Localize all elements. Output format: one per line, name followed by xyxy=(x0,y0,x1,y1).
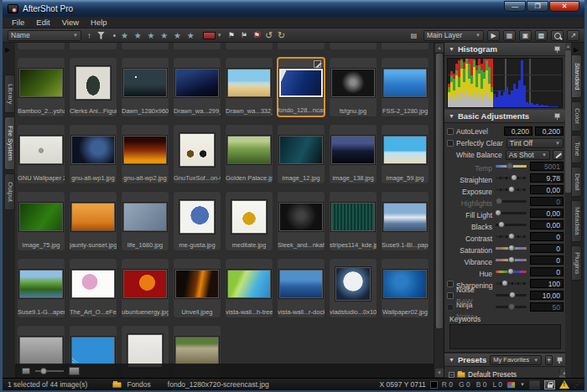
thumbnail-cell[interactable]: meditate.jpg xyxy=(225,191,273,251)
blacks-value[interactable]: 0,00 xyxy=(530,220,564,230)
menu-edit[interactable]: Edit xyxy=(30,18,55,27)
lock-icon[interactable] xyxy=(544,380,555,389)
menu-help[interactable]: Help xyxy=(85,18,113,27)
resize-grip[interactable]: ⋰ xyxy=(574,381,579,389)
thumbnail-cell[interactable]: life_1680.jpg xyxy=(121,191,169,251)
slider-handle[interactable] xyxy=(501,280,508,286)
fullscreen-icon[interactable]: ↗ xyxy=(567,30,579,41)
thumbnail-cell[interactable]: image_59.jpg xyxy=(381,124,429,184)
grid-scrollbar[interactable]: ▲ ▼ xyxy=(434,43,444,378)
noise-ninja-value[interactable]: 10,00 xyxy=(530,291,564,300)
basic-adjustments-header[interactable]: ▼ Basic Adjustments xyxy=(444,110,565,123)
thumbnail-cell[interactable]: Bamboo_2...ysha.jpg xyxy=(17,57,65,117)
flag-reject-icon[interactable]: ⚑ xyxy=(253,31,260,39)
saturation-value[interactable]: 0 xyxy=(530,244,564,253)
straighten-slider[interactable] xyxy=(496,177,527,179)
contrast-slider[interactable] xyxy=(496,235,527,238)
temp-slider[interactable] xyxy=(496,165,527,168)
tint-dropdown[interactable]: Tint Off ▼ xyxy=(506,138,564,148)
slider-handle[interactable] xyxy=(509,291,516,298)
large-thumbnail-icon[interactable] xyxy=(69,367,80,375)
slider-handle[interactable] xyxy=(511,174,517,181)
minimize-button[interactable]: — xyxy=(504,1,526,12)
thumbnail-cell[interactable]: Wallpaper02.jpg xyxy=(381,258,429,318)
favorites-dropdown[interactable]: My Favorites ▼ xyxy=(490,355,542,365)
tab-metadata[interactable]: Metadata xyxy=(571,200,582,242)
preset-root-row[interactable]: − Default Presets xyxy=(449,369,558,378)
scroll-up-icon[interactable]: ▲ xyxy=(565,43,571,49)
autolevel-checkbox[interactable] xyxy=(447,128,454,135)
thumbnail-cell[interactable]: ····_···.jpg xyxy=(329,43,377,50)
thumbnail-cell[interactable]: FSS-2_1280.jpg xyxy=(381,57,429,117)
layers-icon[interactable]: ▤ xyxy=(408,30,420,41)
thumbnail-cell[interactable]: ubuntuenergy.jpg xyxy=(121,258,169,318)
autolevel-low-value[interactable]: 0,200 xyxy=(504,126,532,136)
tab-color[interactable]: Color xyxy=(571,101,582,132)
tab-standard[interactable]: Standard xyxy=(571,54,582,98)
noise-ninja-slider[interactable] xyxy=(496,294,527,297)
thumbnail-cell[interactable]: Clerks Ani...Figure.jpg xyxy=(69,57,117,117)
panel-scrollbar[interactable]: ▲ xyxy=(565,43,571,378)
thumbnail-cell[interactable]: Unveil.jpeg xyxy=(173,258,221,318)
keywords-input[interactable] xyxy=(449,324,561,349)
thumbnail-cell[interactable]: The_Art_O...eFear.jpg xyxy=(69,258,117,318)
chevron-down-icon[interactable]: ▼ xyxy=(217,30,222,41)
pin-icon[interactable] xyxy=(553,45,561,53)
thumbnail-cell[interactable]: vladstudio...0x1024.jpg xyxy=(329,258,377,318)
scrollbar-thumb[interactable] xyxy=(565,50,571,193)
slider-handle[interactable] xyxy=(508,233,515,240)
autolevel-high-value[interactable]: 0,200 xyxy=(535,126,564,136)
filter-icon[interactable] xyxy=(97,32,105,39)
thumbnail-cell[interactable]: Drawn_wa...332_.jpg xyxy=(225,57,273,117)
histogram-header[interactable]: ▼ Histogram xyxy=(444,43,565,56)
thumbnail-cell[interactable]: ···.jpg xyxy=(173,43,221,50)
exposure-slider[interactable] xyxy=(496,188,527,191)
tab-file-system[interactable]: File System xyxy=(4,116,15,170)
hue-value[interactable]: 0 xyxy=(530,267,564,276)
thumbnail-cell[interactable]: GNU Wallpaper 2.jpg xyxy=(17,124,65,184)
raw-noise-slider[interactable] xyxy=(496,306,527,308)
slider-handle[interactable] xyxy=(508,186,515,193)
flag-pick-icon[interactable]: ⚑ xyxy=(228,31,235,39)
thumbnail-cell[interactable]: Suse9.1-Bl...papers.jpg xyxy=(381,191,429,251)
chevron-down-icon[interactable]: ▼ xyxy=(520,382,525,387)
saturation-slider[interactable] xyxy=(496,247,527,250)
sort-ascending-icon[interactable]: ↑ xyxy=(87,30,91,41)
rotate-left-icon[interactable]: ↺ xyxy=(265,30,273,41)
sharpening-value[interactable]: 100 xyxy=(530,279,564,288)
thumbnail-size-slider[interactable] xyxy=(35,370,64,372)
noise-ninja-checkbox[interactable] xyxy=(447,292,454,299)
tab-tone[interactable]: Tone xyxy=(571,135,582,163)
thumbnail-cell[interactable]: image_138.jpg xyxy=(329,124,377,184)
slider-handle[interactable] xyxy=(495,209,501,216)
slideshow-icon[interactable]: ▶ xyxy=(487,30,500,41)
slider-handle[interactable] xyxy=(40,368,47,374)
fill-light-value[interactable]: 0,00 xyxy=(530,209,564,218)
pin-icon[interactable] xyxy=(556,356,561,364)
raw-noise-checkbox[interactable] xyxy=(447,304,454,311)
slider-handle[interactable] xyxy=(498,221,505,228)
thumbnail-cell[interactable]: gnu-alt-wp1.jpg xyxy=(69,124,117,184)
straighten-value[interactable]: 9,78 xyxy=(530,173,564,183)
flag-unflag-icon[interactable]: ⚑ xyxy=(241,31,247,39)
eyedropper-icon[interactable] xyxy=(553,150,564,160)
vibrance-value[interactable]: 0 xyxy=(530,255,564,265)
thumbnail-cell[interactable]: ·····_······.jpg xyxy=(17,43,65,50)
scrollbar-thumb[interactable] xyxy=(435,53,444,329)
thumbnail-cell[interactable]: Sleek_and...nkahn.jpg xyxy=(277,191,325,251)
scroll-up-icon[interactable]: ▲ xyxy=(435,44,444,52)
browse-view-icon[interactable]: ▣ xyxy=(519,30,532,41)
collapse-arrow-icon[interactable]: ▶ xyxy=(574,46,579,54)
menu-view[interactable]: View xyxy=(56,18,85,27)
thumbnail-cell[interactable]: stripes114_kde.jpg xyxy=(329,191,377,251)
scrollbar-thumb[interactable] xyxy=(559,375,565,378)
collapse-triangle-icon[interactable]: ▼ xyxy=(449,357,455,363)
maximize-button[interactable]: ❐ xyxy=(527,1,548,12)
sort-field-dropdown[interactable]: Name▼ xyxy=(8,30,81,41)
thumbnail-cell[interactable]: ····_·······.jpg xyxy=(69,43,117,50)
thumbnail-cell[interactable]: Suse9.1-G...apers.jpg xyxy=(17,258,65,318)
white-balance-dropdown[interactable]: As Shot ▼ xyxy=(506,150,550,160)
presets-scrollbar[interactable]: ▲ xyxy=(559,369,565,378)
dual-monitor-icon[interactable] xyxy=(529,380,540,389)
collapse-triangle-icon[interactable]: ▼ xyxy=(449,46,455,52)
